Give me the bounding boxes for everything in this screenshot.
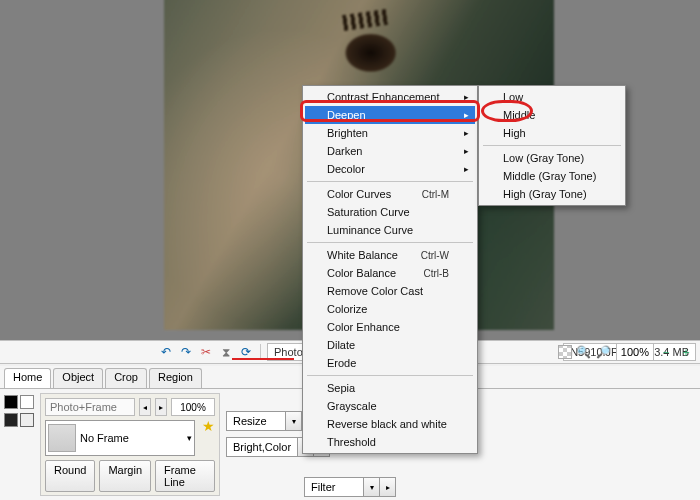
redo-icon[interactable]: ↷ <box>178 344 194 360</box>
menu-item[interactable]: Grayscale <box>305 397 475 415</box>
tab-crop[interactable]: Crop <box>105 368 147 388</box>
menu-item[interactable]: Reverse black and white <box>305 415 475 433</box>
zoom-level[interactable]: 100% <box>616 343 654 361</box>
cut-icon[interactable]: ✂ <box>198 344 214 360</box>
tab-region[interactable]: Region <box>149 368 202 388</box>
undo-icon[interactable]: ↶ <box>158 344 174 360</box>
round-button[interactable]: Round <box>45 460 95 492</box>
frame-percent: 100% <box>171 398 215 416</box>
swatch-white[interactable] <box>20 395 34 409</box>
zoom-actual-icon[interactable]: 🔎 <box>596 344 612 360</box>
view-tools: 🔍 🔎 100% － ＋ <box>558 343 694 361</box>
menu-item[interactable]: Colorize <box>305 300 475 318</box>
zoom-in-icon[interactable]: ＋ <box>678 344 694 360</box>
menu-shortcut: Ctrl-B <box>423 268 449 279</box>
menu-item[interactable]: Decolor <box>305 160 475 178</box>
menu-item[interactable]: Dilate <box>305 336 475 354</box>
menu-item[interactable]: White BalanceCtrl-W <box>305 246 475 264</box>
menu-item[interactable]: High (Gray Tone) <box>481 185 623 203</box>
menu-item[interactable]: Remove Color Cast <box>305 282 475 300</box>
menu-item[interactable]: Darken <box>305 142 475 160</box>
annotation-underline <box>232 358 294 360</box>
frame-thumb <box>48 424 76 452</box>
menu-separator <box>307 375 473 376</box>
menu-item[interactable]: Color Enhance <box>305 318 475 336</box>
swatch-gray[interactable] <box>20 413 34 427</box>
menu-item[interactable]: Low <box>481 88 623 106</box>
menu-item[interactable]: Color CurvesCtrl-M <box>305 185 475 203</box>
tab-home[interactable]: Home <box>4 368 51 388</box>
frame-dropdown[interactable]: No Frame ▾ <box>45 420 195 456</box>
menu-shortcut: Ctrl-W <box>421 250 449 261</box>
menu-item[interactable]: Low (Gray Tone) <box>481 149 623 167</box>
menu-shortcut: Ctrl-M <box>422 189 449 200</box>
margin-button[interactable]: Margin <box>99 460 151 492</box>
menu-item[interactable]: Middle <box>481 106 623 124</box>
menu-item[interactable]: Deepen <box>305 106 475 124</box>
menu-item[interactable]: Contrast Enhancement <box>305 88 475 106</box>
star-icon[interactable]: ★ <box>202 418 215 434</box>
zoom-out-icon[interactable]: － <box>658 344 674 360</box>
menu-separator <box>483 145 621 146</box>
context-submenu[interactable]: LowMiddleHighLow (Gray Tone)Middle (Gray… <box>478 85 626 206</box>
frame-search-input[interactable] <box>45 398 135 416</box>
swatch-black[interactable] <box>4 395 18 409</box>
menu-item[interactable]: Threshold <box>305 433 475 451</box>
frame-next-button[interactable]: ▸ <box>155 398 167 416</box>
filter-combo[interactable]: Filter▾▸ <box>304 477 396 497</box>
frame-prev-button[interactable]: ◂ <box>139 398 151 416</box>
frame-selected-label: No Frame <box>80 432 129 444</box>
menu-item[interactable]: High <box>481 124 623 142</box>
frame-line-button[interactable]: Frame Line <box>155 460 215 492</box>
menu-item[interactable]: Brighten <box>305 124 475 142</box>
zoom-fit-icon[interactable]: 🔍 <box>576 344 592 360</box>
frame-panel: ◂ ▸ 100% No Frame ▾ ★ Round Margin Frame… <box>40 393 220 496</box>
tab-object[interactable]: Object <box>53 368 103 388</box>
menu-separator <box>307 181 473 182</box>
menu-separator <box>307 242 473 243</box>
menu-item[interactable]: Erode <box>305 354 475 372</box>
menu-item[interactable]: Luminance Curve <box>305 221 475 239</box>
menu-item[interactable]: Color BalanceCtrl-B <box>305 264 475 282</box>
swatch-dark[interactable] <box>4 413 18 427</box>
color-swatches <box>4 393 34 496</box>
menu-item[interactable]: Saturation Curve <box>305 203 475 221</box>
menu-item[interactable]: Sepia <box>305 379 475 397</box>
menu-item[interactable]: Middle (Gray Tone) <box>481 167 623 185</box>
checker-icon[interactable] <box>558 345 572 359</box>
context-menu[interactable]: Contrast EnhancementDeepenBrightenDarken… <box>302 85 478 454</box>
